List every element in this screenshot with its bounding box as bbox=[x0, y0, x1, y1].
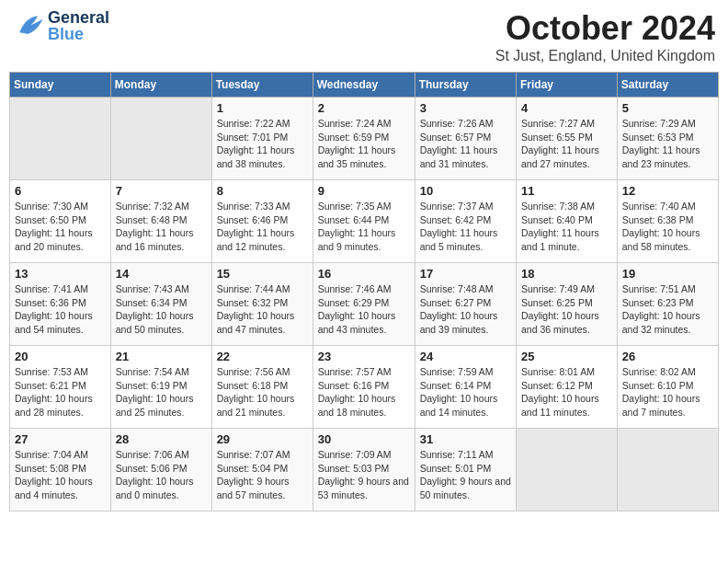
weekday-header-monday: Monday bbox=[110, 73, 211, 98]
day-number: 19 bbox=[622, 267, 713, 281]
day-number: 5 bbox=[622, 101, 713, 115]
day-number: 23 bbox=[318, 350, 410, 363]
day-number: 30 bbox=[318, 432, 410, 446]
day-info: Sunrise: 7:06 AM Sunset: 5:06 PM Dayligh… bbox=[116, 448, 207, 502]
day-number: 4 bbox=[521, 101, 612, 115]
day-number: 10 bbox=[420, 184, 511, 198]
day-info: Sunrise: 7:37 AM Sunset: 6:42 PM Dayligh… bbox=[420, 200, 511, 254]
day-info: Sunrise: 8:02 AM Sunset: 6:10 PM Dayligh… bbox=[622, 365, 713, 419]
day-number: 22 bbox=[217, 350, 308, 363]
calendar-cell: 29Sunrise: 7:07 AM Sunset: 5:04 PM Dayli… bbox=[211, 429, 313, 511]
calendar-cell: 23Sunrise: 7:57 AM Sunset: 6:16 PM Dayli… bbox=[313, 346, 415, 429]
calendar-cell: 22Sunrise: 7:56 AM Sunset: 6:18 PM Dayli… bbox=[211, 346, 313, 429]
calendar-cell: 5Sunrise: 7:29 AM Sunset: 6:53 PM Daylig… bbox=[617, 98, 718, 180]
month-title: October 2024 bbox=[495, 9, 715, 48]
day-number: 12 bbox=[622, 184, 713, 198]
calendar-week-2: 6Sunrise: 7:30 AM Sunset: 6:50 PM Daylig… bbox=[10, 180, 719, 263]
day-number: 24 bbox=[420, 350, 511, 363]
day-info: Sunrise: 7:49 AM Sunset: 6:25 PM Dayligh… bbox=[521, 282, 612, 337]
calendar-cell bbox=[617, 429, 718, 511]
day-info: Sunrise: 7:22 AM Sunset: 7:01 PM Dayligh… bbox=[217, 117, 308, 171]
weekday-header-saturday: Saturday bbox=[617, 73, 718, 98]
calendar-cell: 18Sunrise: 7:49 AM Sunset: 6:25 PM Dayli… bbox=[517, 263, 618, 346]
calendar-cell: 24Sunrise: 7:59 AM Sunset: 6:14 PM Dayli… bbox=[415, 346, 516, 429]
day-info: Sunrise: 7:27 AM Sunset: 6:55 PM Dayligh… bbox=[521, 117, 612, 171]
calendar-week-1: 1Sunrise: 7:22 AM Sunset: 7:01 PM Daylig… bbox=[10, 98, 719, 180]
calendar-week-3: 13Sunrise: 7:41 AM Sunset: 6:36 PM Dayli… bbox=[10, 263, 719, 346]
day-info: Sunrise: 7:30 AM Sunset: 6:50 PM Dayligh… bbox=[15, 200, 106, 254]
day-info: Sunrise: 7:29 AM Sunset: 6:53 PM Dayligh… bbox=[622, 117, 713, 171]
day-number: 7 bbox=[116, 184, 207, 198]
day-info: Sunrise: 7:41 AM Sunset: 6:36 PM Dayligh… bbox=[15, 282, 106, 337]
day-info: Sunrise: 7:11 AM Sunset: 5:01 PM Dayligh… bbox=[420, 448, 511, 502]
day-info: Sunrise: 7:04 AM Sunset: 5:08 PM Dayligh… bbox=[15, 448, 106, 502]
day-number: 9 bbox=[318, 184, 410, 198]
calendar-cell: 28Sunrise: 7:06 AM Sunset: 5:06 PM Dayli… bbox=[110, 429, 211, 511]
day-number: 15 bbox=[217, 267, 308, 281]
day-info: Sunrise: 7:07 AM Sunset: 5:04 PM Dayligh… bbox=[217, 448, 308, 502]
day-number: 11 bbox=[521, 184, 612, 198]
weekday-header-tuesday: Tuesday bbox=[211, 73, 313, 98]
weekday-header-row: SundayMondayTuesdayWednesdayThursdayFrid… bbox=[10, 73, 719, 98]
day-number: 2 bbox=[318, 101, 410, 115]
day-info: Sunrise: 7:38 AM Sunset: 6:40 PM Dayligh… bbox=[521, 200, 612, 254]
day-info: Sunrise: 7:53 AM Sunset: 6:21 PM Dayligh… bbox=[15, 365, 106, 419]
day-info: Sunrise: 7:09 AM Sunset: 5:03 PM Dayligh… bbox=[318, 448, 410, 502]
calendar-cell: 21Sunrise: 7:54 AM Sunset: 6:19 PM Dayli… bbox=[110, 346, 211, 429]
logo-blue: Blue bbox=[48, 26, 109, 42]
calendar-cell: 8Sunrise: 7:33 AM Sunset: 6:46 PM Daylig… bbox=[211, 180, 313, 263]
page-header: General Blue October 2024 St Just, Engla… bbox=[9, 9, 719, 64]
weekday-header-thursday: Thursday bbox=[415, 73, 516, 98]
day-number: 3 bbox=[420, 101, 511, 115]
day-info: Sunrise: 7:43 AM Sunset: 6:34 PM Dayligh… bbox=[116, 282, 207, 337]
day-info: Sunrise: 7:24 AM Sunset: 6:59 PM Dayligh… bbox=[318, 117, 410, 171]
calendar-cell: 17Sunrise: 7:48 AM Sunset: 6:27 PM Dayli… bbox=[415, 263, 516, 346]
calendar-cell: 16Sunrise: 7:46 AM Sunset: 6:29 PM Dayli… bbox=[313, 263, 415, 346]
calendar-cell: 14Sunrise: 7:43 AM Sunset: 6:34 PM Dayli… bbox=[110, 263, 211, 346]
calendar-cell: 31Sunrise: 7:11 AM Sunset: 5:01 PM Dayli… bbox=[415, 429, 516, 511]
calendar-cell: 9Sunrise: 7:35 AM Sunset: 6:44 PM Daylig… bbox=[313, 180, 415, 263]
calendar-cell: 30Sunrise: 7:09 AM Sunset: 5:03 PM Dayli… bbox=[313, 429, 415, 511]
day-number: 25 bbox=[521, 350, 612, 363]
day-number: 28 bbox=[116, 432, 207, 446]
day-info: Sunrise: 7:48 AM Sunset: 6:27 PM Dayligh… bbox=[420, 282, 511, 337]
day-number: 13 bbox=[15, 267, 106, 281]
location-subtitle: St Just, England, United Kingdom bbox=[495, 48, 715, 64]
weekday-header-friday: Friday bbox=[517, 73, 618, 98]
calendar-cell: 26Sunrise: 8:02 AM Sunset: 6:10 PM Dayli… bbox=[617, 346, 718, 429]
day-number: 20 bbox=[15, 350, 106, 363]
logo-icon bbox=[13, 9, 46, 42]
day-info: Sunrise: 7:33 AM Sunset: 6:46 PM Dayligh… bbox=[217, 200, 308, 254]
day-number: 8 bbox=[217, 184, 308, 198]
logo: General Blue bbox=[13, 9, 109, 42]
calendar-cell: 15Sunrise: 7:44 AM Sunset: 6:32 PM Dayli… bbox=[211, 263, 313, 346]
weekday-header-wednesday: Wednesday bbox=[313, 73, 415, 98]
day-info: Sunrise: 7:35 AM Sunset: 6:44 PM Dayligh… bbox=[318, 200, 410, 254]
calendar-cell: 2Sunrise: 7:24 AM Sunset: 6:59 PM Daylig… bbox=[313, 98, 415, 180]
calendar-cell bbox=[110, 98, 211, 180]
calendar-cell: 10Sunrise: 7:37 AM Sunset: 6:42 PM Dayli… bbox=[415, 180, 516, 263]
title-block: October 2024 St Just, England, United Ki… bbox=[495, 9, 715, 64]
calendar-cell: 1Sunrise: 7:22 AM Sunset: 7:01 PM Daylig… bbox=[211, 98, 313, 180]
calendar-week-4: 20Sunrise: 7:53 AM Sunset: 6:21 PM Dayli… bbox=[10, 346, 719, 429]
calendar-week-5: 27Sunrise: 7:04 AM Sunset: 5:08 PM Dayli… bbox=[10, 429, 719, 511]
day-info: Sunrise: 7:57 AM Sunset: 6:16 PM Dayligh… bbox=[318, 365, 410, 419]
day-number: 6 bbox=[15, 184, 106, 198]
calendar-cell: 13Sunrise: 7:41 AM Sunset: 6:36 PM Dayli… bbox=[10, 263, 111, 346]
calendar-cell: 20Sunrise: 7:53 AM Sunset: 6:21 PM Dayli… bbox=[10, 346, 111, 429]
day-number: 29 bbox=[217, 432, 308, 446]
day-number: 21 bbox=[116, 350, 207, 363]
calendar-cell: 3Sunrise: 7:26 AM Sunset: 6:57 PM Daylig… bbox=[415, 98, 516, 180]
day-info: Sunrise: 8:01 AM Sunset: 6:12 PM Dayligh… bbox=[521, 365, 612, 419]
calendar-cell: 19Sunrise: 7:51 AM Sunset: 6:23 PM Dayli… bbox=[617, 263, 718, 346]
day-number: 1 bbox=[217, 101, 308, 115]
day-number: 27 bbox=[15, 432, 106, 446]
calendar-table: SundayMondayTuesdayWednesdayThursdayFrid… bbox=[9, 72, 719, 511]
day-number: 17 bbox=[420, 267, 511, 281]
day-number: 14 bbox=[116, 267, 207, 281]
day-info: Sunrise: 7:26 AM Sunset: 6:57 PM Dayligh… bbox=[420, 117, 511, 171]
day-info: Sunrise: 7:54 AM Sunset: 6:19 PM Dayligh… bbox=[116, 365, 207, 419]
calendar-cell: 12Sunrise: 7:40 AM Sunset: 6:38 PM Dayli… bbox=[617, 180, 718, 263]
calendar-cell: 7Sunrise: 7:32 AM Sunset: 6:48 PM Daylig… bbox=[110, 180, 211, 263]
calendar-cell: 6Sunrise: 7:30 AM Sunset: 6:50 PM Daylig… bbox=[10, 180, 111, 263]
